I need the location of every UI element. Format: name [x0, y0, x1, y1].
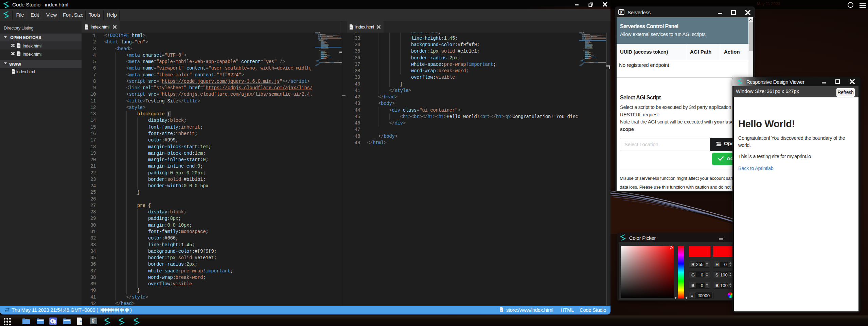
svg-text:w: w — [500, 309, 502, 311]
